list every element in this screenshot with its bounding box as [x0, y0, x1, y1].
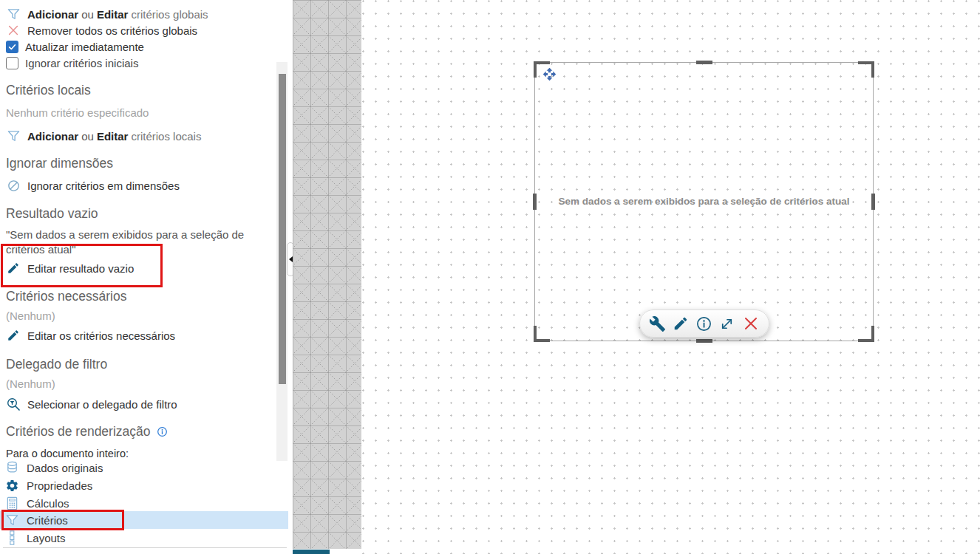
render-item-label: Critérios [27, 514, 68, 527]
empty-result-value: "Sem dados a serem exibidos para a seleç… [6, 228, 254, 257]
design-canvas[interactable]: Sem dados a serem exibidos para a seleçã… [361, 0, 980, 554]
horizontal-scrollbar-thumb[interactable] [293, 550, 330, 554]
add-edit-local-criteria-link[interactable]: AdicionarouEditarcritérios locais [6, 128, 201, 144]
required-criteria-header: Critérios necessários [6, 289, 126, 304]
required-criteria-value: (Nenhum) [6, 310, 55, 322]
edit-empty-result-link[interactable]: Editar resultado vazio [6, 260, 134, 276]
edit-empty-result-label: Editar resultado vazio [27, 262, 134, 275]
add-edit-local-criteria-label: AdicionarouEditarcritérios locais [27, 130, 201, 143]
render-item-propriedades[interactable]: Propriedades [4, 476, 92, 494]
local-criteria-empty-text: Nenhum critério especificado [6, 106, 149, 119]
checkbox-checked-icon[interactable] [6, 41, 18, 53]
ignore-dimension-criteria-link[interactable]: Ignorar critérios em dimensões [6, 177, 180, 194]
select-filter-delegate-label: Selecionar o delegado de filtro [27, 398, 177, 411]
resize-edge-handle[interactable] [696, 339, 712, 343]
resize-corner-handle[interactable] [534, 326, 550, 342]
remove-all-global-criteria-link[interactable]: Remover todos os critérios globais [6, 22, 197, 38]
ignore-dimensions-header: Ignorar dimensões [6, 156, 113, 171]
resize-corner-handle[interactable] [858, 61, 874, 78]
remove-all-label: Remover todos os critérios globais [27, 24, 197, 37]
resize-icon[interactable] [718, 315, 735, 332]
filter-delegate-header: Delegado de filtro [6, 357, 107, 372]
funnel-icon [6, 7, 21, 21]
wrench-icon[interactable] [649, 315, 666, 332]
render-item-label: Dados originais [27, 462, 103, 474]
move-icon[interactable] [542, 67, 557, 84]
render-item-criterios[interactable]: Critérios [4, 511, 68, 529]
render-item-dados-originais[interactable]: Dados originais [4, 459, 103, 476]
pencil-icon [6, 261, 21, 275]
pencil-icon [6, 329, 21, 342]
local-criteria-header: Critérios locais [6, 83, 91, 98]
info-icon[interactable] [695, 315, 712, 332]
collapse-arrow-icon [289, 256, 293, 262]
update-immediately-checkbox-row[interactable]: Atualizar imediatamente [6, 38, 144, 55]
gear-icon [4, 479, 20, 493]
render-item-label: Cálculos [27, 497, 69, 510]
funnel-icon [4, 513, 20, 527]
info-icon[interactable] [157, 426, 168, 437]
empty-data-message: Sem dados a serem exibidos para a seleçã… [535, 196, 873, 207]
resize-corner-handle[interactable] [858, 326, 874, 342]
empty-result-header: Resultado vazio [6, 206, 98, 222]
render-item-calculos[interactable]: Cálculos [4, 494, 69, 512]
circle-slash-icon [6, 179, 21, 193]
edit-required-criteria-label: Editar os critérios necessários [27, 329, 175, 342]
render-item-layouts[interactable]: Layouts [4, 529, 66, 547]
criteria-sidebar: AdicionarouEditarcritérios globais Remov… [0, 0, 276, 554]
red-x-icon [6, 24, 21, 37]
render-item-label: Layouts [27, 532, 66, 544]
calculator-icon [4, 496, 20, 510]
pencil-icon[interactable] [673, 315, 689, 332]
edit-required-criteria-link[interactable]: Editar os critérios necessários [6, 327, 175, 343]
selected-object-frame[interactable]: Sem dados a serem exibidos para a seleçã… [534, 62, 874, 341]
add-edit-global-criteria-label: AdicionarouEditarcritérios globais [27, 8, 208, 21]
checkbox-unchecked-icon[interactable] [6, 57, 18, 69]
sidebar-divider [3, 547, 287, 548]
update-immediately-label: Atualizar imediatamente [25, 41, 144, 53]
ignore-initial-checkbox-row[interactable]: Ignorar critérios iniciais [6, 55, 138, 71]
object-toolbar [639, 310, 769, 338]
delete-icon[interactable] [742, 315, 760, 332]
filter-delegate-value: (Nenhum) [6, 377, 55, 390]
filter-search-icon [6, 397, 21, 411]
ignore-dimension-criteria-label: Ignorar critérios em dimensões [27, 179, 180, 192]
resize-edge-handle[interactable] [696, 61, 712, 64]
database-icon [4, 460, 20, 475]
render-criteria-header: Critérios de renderização [6, 424, 168, 440]
sidebar-scrollbar-thumb[interactable] [279, 74, 286, 384]
add-edit-global-criteria-link[interactable]: AdicionarouEditarcritérios globais [6, 6, 208, 22]
funnel-icon [6, 129, 21, 143]
pattern-gutter-strip [293, 0, 361, 549]
select-filter-delegate-link[interactable]: Selecionar o delegado de filtro [6, 396, 177, 412]
render-criteria-title: Critérios de renderização [6, 424, 151, 440]
layouts-icon [4, 530, 20, 545]
ignore-initial-label: Ignorar critérios iniciais [25, 57, 138, 69]
render-item-label: Propriedades [27, 479, 92, 492]
